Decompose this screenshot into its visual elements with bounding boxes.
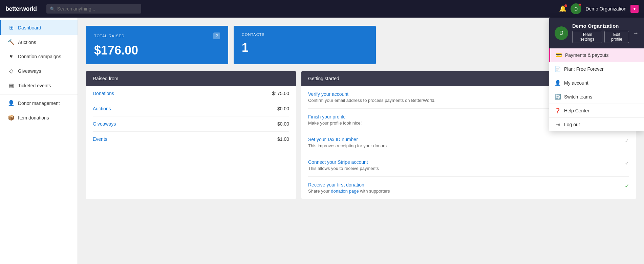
giveaways-link[interactable]: Giveaways bbox=[93, 121, 116, 127]
table-row: Giveaways $0.00 bbox=[93, 116, 289, 132]
total-raised-help[interactable]: ? bbox=[213, 32, 220, 39]
verify-account-desc: Confirm your email address to process pa… bbox=[308, 98, 435, 103]
sidebar-item-label: Giveaways bbox=[18, 68, 41, 74]
donations-val: $175.00 bbox=[272, 91, 289, 96]
dropdown-item-help-center[interactable]: ❓ Help Center bbox=[549, 104, 644, 118]
user-menu-toggle[interactable]: ▼ bbox=[630, 5, 639, 13]
sidebar-item-item-donations[interactable]: 📦 Item donations bbox=[0, 110, 78, 125]
auctions-icon: 🔨 bbox=[8, 39, 15, 45]
my-account-icon: 👤 bbox=[555, 80, 561, 86]
dropdown-item-payments[interactable]: 💳 Payments & payouts bbox=[549, 48, 644, 62]
total-raised-value: $176.00 bbox=[94, 43, 220, 58]
list-item: Receive your first donation Share your d… bbox=[308, 177, 629, 199]
dropdown-item-log-out[interactable]: ⇥ Log out bbox=[549, 118, 644, 131]
stripe-desc: This allows you to receive payments bbox=[308, 166, 379, 171]
dropdown-arrow-icon: → bbox=[633, 30, 639, 36]
sidebar-item-donor-management[interactable]: 👤 Donor management bbox=[0, 96, 78, 110]
donation-icon: ♥ bbox=[8, 53, 15, 60]
first-donation-link[interactable]: Receive your first donation bbox=[308, 182, 390, 188]
sidebar-item-giveaways[interactable]: ◇ Giveaways bbox=[0, 64, 78, 78]
list-item: Connect your Stripe account This allows … bbox=[308, 154, 629, 177]
item-donations-icon: 📦 bbox=[8, 114, 15, 121]
tax-id-link[interactable]: Set your Tax ID number bbox=[308, 137, 387, 142]
finish-profile-link[interactable]: Finish your profile bbox=[308, 114, 362, 119]
auctions-link[interactable]: Auctions bbox=[93, 106, 111, 111]
plan-label: Plan: Free Forever bbox=[564, 66, 604, 72]
table-row: Events $1.00 bbox=[93, 132, 289, 147]
user-dropdown: D Demo Organization Team settings Edit p… bbox=[549, 18, 644, 131]
events-val: $1.00 bbox=[277, 136, 289, 142]
dropdown-org-avatar: D bbox=[555, 26, 568, 40]
edit-profile-button[interactable]: Edit profile bbox=[604, 31, 629, 43]
dropdown-item-plan[interactable]: 📄 Plan: Free Forever bbox=[549, 62, 644, 76]
first-donation-check: ✓ bbox=[625, 183, 629, 189]
first-donation-desc: Share your donation page with supporters bbox=[308, 189, 390, 194]
giveaways-val: $0.00 bbox=[277, 121, 289, 127]
payments-label: Payments & payouts bbox=[565, 52, 608, 58]
stat-card-header: TOTAL RAISED ? bbox=[94, 32, 220, 39]
donor-icon: 👤 bbox=[8, 100, 15, 106]
nav-right: 🔔 D Demo Organization ▼ bbox=[559, 3, 639, 14]
sidebar-item-dashboard[interactable]: ⊞ Dashboard bbox=[0, 20, 78, 35]
dropdown-org-initial: D bbox=[559, 30, 563, 36]
sidebar-item-label: Ticketed events bbox=[18, 83, 51, 88]
table-row: Auctions $0.00 bbox=[93, 101, 289, 116]
sidebar-item-label: Dashboard bbox=[18, 25, 41, 30]
layout: ⊞ Dashboard 🔨 Auctions ♥ Donation campai… bbox=[0, 18, 644, 264]
notifications-bell[interactable]: 🔔 bbox=[559, 5, 566, 13]
sidebar-item-ticketed-events[interactable]: ▦ Ticketed events bbox=[0, 78, 78, 93]
sidebar: ⊞ Dashboard 🔨 Auctions ♥ Donation campai… bbox=[0, 18, 78, 264]
avatar-dot bbox=[579, 3, 581, 6]
contacts-header: CONTACTS bbox=[242, 32, 368, 37]
dropdown-item-switch-teams[interactable]: 🔄 Switch teams bbox=[549, 90, 644, 104]
search-input[interactable] bbox=[46, 4, 141, 14]
tax-id-desc: This improves receipting for your donors bbox=[308, 143, 387, 148]
avatar[interactable]: D bbox=[571, 3, 581, 14]
auctions-val: $0.00 bbox=[277, 106, 289, 111]
total-raised-label: TOTAL RAISED bbox=[94, 34, 125, 38]
sidebar-item-label: Item donations bbox=[18, 115, 49, 120]
dropdown-item-my-account[interactable]: 👤 My account bbox=[549, 76, 644, 90]
contacts-card: CONTACTS 1 bbox=[234, 26, 376, 64]
stripe-check: ✓ bbox=[625, 160, 629, 167]
sidebar-item-donation-campaigns[interactable]: ♥ Donation campaigns bbox=[0, 49, 78, 64]
dropdown-header: D Demo Organization Team settings Edit p… bbox=[549, 18, 644, 48]
donation-page-link[interactable]: donation page bbox=[331, 189, 359, 194]
sidebar-divider bbox=[0, 94, 78, 94]
org-name: Demo Organization bbox=[585, 6, 626, 12]
stripe-link[interactable]: Connect your Stripe account bbox=[308, 159, 379, 165]
finish-profile-desc: Make your profile look nice! bbox=[308, 120, 362, 126]
help-center-label: Help Center bbox=[564, 108, 589, 113]
team-settings-button[interactable]: Team settings bbox=[572, 31, 602, 43]
sidebar-item-label: Donation campaigns bbox=[18, 54, 61, 59]
verify-account-link[interactable]: Verify your account bbox=[308, 91, 435, 97]
donations-link[interactable]: Donations bbox=[93, 91, 114, 96]
events-link[interactable]: Events bbox=[93, 136, 107, 142]
tax-id-check: ✓ bbox=[625, 137, 629, 144]
raised-table-header: Raised from bbox=[86, 71, 296, 86]
list-item: Set your Tax ID number This improves rec… bbox=[308, 131, 629, 154]
table-row: Donations $175.00 bbox=[93, 86, 289, 101]
events-icon: ▦ bbox=[8, 82, 15, 89]
dashboard-icon: ⊞ bbox=[8, 24, 15, 31]
sidebar-item-label: Donor management bbox=[18, 101, 60, 106]
top-nav: betterworld 🔍 🔔 D Demo Organization ▼ bbox=[0, 0, 644, 18]
search-wrap: 🔍 bbox=[46, 4, 555, 14]
switch-teams-icon: 🔄 bbox=[555, 94, 561, 100]
contacts-label: CONTACTS bbox=[242, 32, 265, 37]
app-logo: betterworld bbox=[5, 5, 37, 13]
sidebar-item-auctions[interactable]: 🔨 Auctions bbox=[0, 35, 78, 49]
raised-table: Raised from Donations $175.00 Auctions $… bbox=[86, 71, 296, 199]
my-account-label: My account bbox=[564, 80, 588, 86]
plan-icon: 📄 bbox=[555, 66, 561, 72]
log-out-label: Log out bbox=[564, 122, 580, 127]
sidebar-item-label: Auctions bbox=[18, 40, 36, 45]
giveaway-icon: ◇ bbox=[8, 68, 15, 74]
search-icon: 🔍 bbox=[50, 6, 55, 12]
help-center-icon: ❓ bbox=[555, 108, 561, 114]
contacts-value: 1 bbox=[242, 41, 368, 55]
total-raised-card: TOTAL RAISED ? $176.00 bbox=[86, 26, 228, 64]
switch-teams-label: Switch teams bbox=[564, 94, 592, 100]
notification-dot bbox=[564, 4, 567, 7]
dropdown-org-name: Demo Organization bbox=[572, 23, 629, 29]
